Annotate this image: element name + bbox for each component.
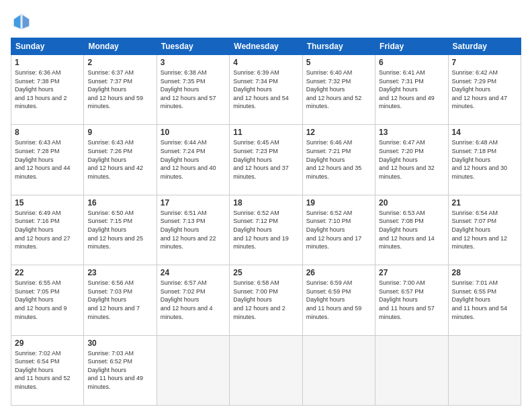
daylight-label: Daylight hours	[379, 156, 418, 163]
day-number: 8	[15, 128, 80, 137]
day-number: 5	[306, 58, 371, 67]
daylight-value: and 12 hours and 19 minutes.	[233, 235, 289, 250]
sunrise-label: Sunrise: 6:44 AM	[161, 139, 207, 146]
day-info: Sunrise: 6:45 AM Sunset: 7:23 PM Dayligh…	[233, 138, 298, 181]
day-info: Sunrise: 6:42 AM Sunset: 7:29 PM Dayligh…	[452, 68, 517, 111]
sunrise-label: Sunrise: 7:00 AM	[379, 279, 425, 286]
calendar-cell: 27 Sunrise: 7:00 AM Sunset: 6:57 PM Dayl…	[375, 265, 448, 335]
day-info: Sunrise: 6:58 AM Sunset: 7:00 PM Dayligh…	[233, 279, 298, 321]
sunrise-label: Sunrise: 7:01 AM	[452, 279, 498, 286]
day-number: 22	[15, 268, 80, 277]
day-info: Sunrise: 6:36 AM Sunset: 7:38 PM Dayligh…	[15, 68, 80, 111]
daylight-value: and 12 hours and 25 minutes.	[87, 235, 143, 250]
calendar-cell: 18 Sunrise: 6:52 AM Sunset: 7:12 PM Dayl…	[230, 195, 302, 265]
week-row-1: 1 Sunrise: 6:36 AM Sunset: 7:38 PM Dayli…	[11, 55, 521, 125]
day-number: 13	[379, 128, 444, 137]
day-number: 30	[87, 338, 152, 348]
day-info: Sunrise: 6:53 AM Sunset: 7:08 PM Dayligh…	[379, 209, 444, 251]
logo	[11, 11, 35, 32]
daylight-label: Daylight hours	[15, 86, 54, 93]
sunrise-label: Sunrise: 6:59 AM	[306, 279, 353, 286]
day-info: Sunrise: 6:37 AM Sunset: 7:37 PM Dayligh…	[87, 68, 152, 111]
day-number: 15	[15, 198, 80, 208]
sunrise-label: Sunrise: 6:43 AM	[15, 139, 61, 146]
daylight-label: Daylight hours	[233, 156, 272, 163]
weekday-header-row: SundayMondayTuesdayWednesdayThursdayFrid…	[11, 38, 521, 55]
daylight-value: and 12 hours and 40 minutes.	[161, 165, 216, 180]
day-info: Sunrise: 6:49 AM Sunset: 7:16 PM Dayligh…	[15, 209, 80, 251]
calendar-cell: 2 Sunrise: 6:37 AM Sunset: 7:37 PM Dayli…	[84, 55, 157, 125]
day-info: Sunrise: 6:57 AM Sunset: 7:02 PM Dayligh…	[161, 279, 226, 321]
calendar-cell: 7 Sunrise: 6:42 AM Sunset: 7:29 PM Dayli…	[448, 55, 521, 125]
sunrise-label: Sunrise: 7:02 AM	[15, 350, 61, 357]
weekday-header-wednesday: Wednesday	[230, 38, 302, 55]
sunset-label: Sunset: 7:23 PM	[233, 148, 278, 154]
sunset-label: Sunset: 7:15 PM	[87, 218, 132, 224]
week-row-4: 22 Sunrise: 6:55 AM Sunset: 7:05 PM Dayl…	[11, 265, 521, 335]
sunset-label: Sunset: 7:38 PM	[15, 78, 60, 85]
calendar-cell: 16 Sunrise: 6:50 AM Sunset: 7:15 PM Dayl…	[84, 195, 157, 265]
sunrise-label: Sunrise: 6:45 AM	[233, 139, 279, 146]
sunrise-label: Sunrise: 6:52 AM	[233, 210, 279, 216]
calendar-cell	[448, 335, 521, 405]
sunset-label: Sunset: 7:32 PM	[306, 78, 351, 85]
day-info: Sunrise: 7:01 AM Sunset: 6:55 PM Dayligh…	[452, 279, 517, 321]
day-number: 27	[379, 268, 444, 277]
calendar-cell: 17 Sunrise: 6:51 AM Sunset: 7:13 PM Dayl…	[157, 195, 229, 265]
weekday-header-saturday: Saturday	[448, 38, 521, 55]
day-info: Sunrise: 6:59 AM Sunset: 6:59 PM Dayligh…	[306, 279, 371, 321]
sunrise-label: Sunrise: 6:57 AM	[161, 279, 207, 286]
day-info: Sunrise: 6:44 AM Sunset: 7:24 PM Dayligh…	[161, 138, 226, 181]
daylight-value: and 12 hours and 35 minutes.	[306, 165, 362, 180]
day-number: 23	[87, 268, 152, 277]
day-number: 19	[306, 198, 371, 208]
sunrise-label: Sunrise: 6:54 AM	[452, 210, 498, 216]
sunset-label: Sunset: 7:08 PM	[379, 218, 424, 224]
sunset-label: Sunset: 7:26 PM	[87, 148, 132, 154]
sunrise-label: Sunrise: 6:55 AM	[15, 279, 61, 286]
day-number: 7	[452, 58, 517, 67]
daylight-label: Daylight hours	[452, 226, 491, 233]
calendar-cell: 26 Sunrise: 6:59 AM Sunset: 6:59 PM Dayl…	[302, 265, 375, 335]
daylight-value: and 12 hours and 7 minutes.	[87, 305, 140, 320]
sunrise-label: Sunrise: 6:48 AM	[452, 139, 498, 146]
calendar-cell: 22 Sunrise: 6:55 AM Sunset: 7:05 PM Dayl…	[11, 265, 84, 335]
calendar-cell: 3 Sunrise: 6:38 AM Sunset: 7:35 PM Dayli…	[157, 55, 229, 125]
calendar-cell: 5 Sunrise: 6:40 AM Sunset: 7:32 PM Dayli…	[302, 55, 375, 125]
calendar-cell: 11 Sunrise: 6:45 AM Sunset: 7:23 PM Dayl…	[230, 125, 302, 195]
sunset-label: Sunset: 7:05 PM	[15, 288, 60, 295]
daylight-value: and 12 hours and 14 minutes.	[379, 235, 435, 250]
daylight-value: and 11 hours and 59 minutes.	[306, 305, 362, 320]
daylight-value: and 12 hours and 12 minutes.	[452, 235, 508, 250]
day-info: Sunrise: 6:39 AM Sunset: 7:34 PM Dayligh…	[233, 68, 298, 111]
daylight-label: Daylight hours	[15, 296, 54, 303]
day-info: Sunrise: 6:55 AM Sunset: 7:05 PM Dayligh…	[15, 279, 80, 321]
calendar-cell: 4 Sunrise: 6:39 AM Sunset: 7:34 PM Dayli…	[230, 55, 302, 125]
daylight-label: Daylight hours	[233, 296, 272, 303]
sunset-label: Sunset: 6:54 PM	[15, 358, 60, 365]
daylight-label: Daylight hours	[379, 226, 418, 233]
daylight-label: Daylight hours	[452, 86, 491, 93]
daylight-label: Daylight hours	[306, 86, 345, 93]
daylight-value: and 11 hours and 52 minutes.	[15, 375, 71, 390]
calendar-cell: 19 Sunrise: 6:52 AM Sunset: 7:10 PM Dayl…	[302, 195, 375, 265]
day-info: Sunrise: 6:38 AM Sunset: 7:35 PM Dayligh…	[161, 68, 226, 111]
weekday-header-friday: Friday	[375, 38, 448, 55]
sunset-label: Sunset: 7:10 PM	[306, 218, 351, 224]
header	[11, 11, 521, 32]
page: SundayMondayTuesdayWednesdayThursdayFrid…	[0, 0, 532, 411]
calendar-cell: 29 Sunrise: 7:02 AM Sunset: 6:54 PM Dayl…	[11, 335, 84, 405]
day-number: 9	[87, 128, 152, 137]
daylight-label: Daylight hours	[15, 367, 54, 373]
daylight-label: Daylight hours	[87, 156, 126, 163]
day-number: 2	[87, 58, 152, 67]
sunrise-label: Sunrise: 6:43 AM	[87, 139, 134, 146]
sunrise-label: Sunrise: 7:03 AM	[87, 350, 134, 357]
sunset-label: Sunset: 7:07 PM	[452, 218, 497, 224]
calendar-cell: 8 Sunrise: 6:43 AM Sunset: 7:28 PM Dayli…	[11, 125, 84, 195]
calendar-cell: 10 Sunrise: 6:44 AM Sunset: 7:24 PM Dayl…	[157, 125, 229, 195]
daylight-value: and 12 hours and 17 minutes.	[306, 235, 362, 250]
day-info: Sunrise: 6:56 AM Sunset: 7:03 PM Dayligh…	[87, 279, 152, 321]
daylight-value: and 12 hours and 4 minutes.	[161, 305, 213, 320]
daylight-label: Daylight hours	[87, 86, 126, 93]
